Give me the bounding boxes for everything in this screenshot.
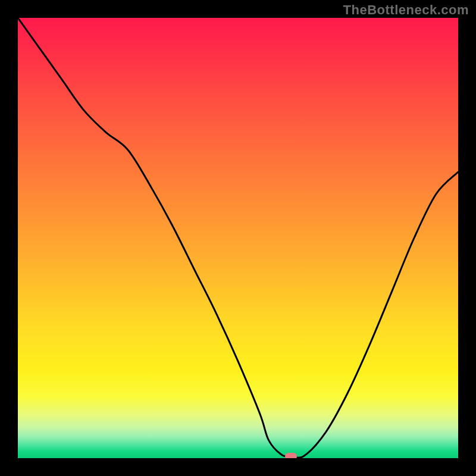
watermark-text: TheBottleneck.com: [343, 2, 469, 18]
plot-area: [18, 18, 458, 458]
optimal-point-marker: [285, 453, 297, 458]
bottleneck-curve: [18, 18, 458, 458]
chart-frame: TheBottleneck.com: [0, 0, 476, 476]
